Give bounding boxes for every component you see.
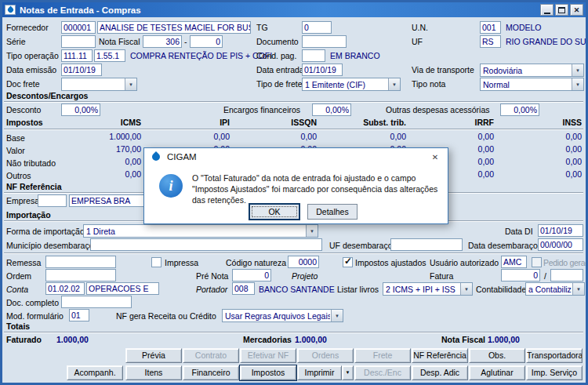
data-desembaraco-field[interactable]: 00/00/00: [538, 238, 583, 251]
impostos-ajustados-checkbox[interactable]: ✓: [343, 257, 353, 267]
cond-pag-field[interactable]: [302, 49, 325, 62]
aglutinar-button[interactable]: Aglutinar: [469, 365, 525, 380]
tipo-frete-label: Tipo de frete: [256, 78, 303, 90]
itens-button[interactable]: Itens: [125, 365, 182, 380]
imprimir-button[interactable]: Imprimir: [297, 365, 342, 380]
tg-label: TG: [256, 21, 268, 34]
dropdown-arrow-icon[interactable]: ▼: [125, 78, 136, 90]
dialog-close-button[interactable]: ✕: [426, 151, 444, 164]
impostos-ajustados-label: Impostos ajustados: [355, 256, 426, 269]
encargos-field[interactable]: 0,00%: [312, 104, 351, 116]
listar-livros-select[interactable]: 2 ICMS + IPI + ISS ▼: [383, 282, 473, 296]
section-separator: [4, 332, 583, 333]
contabilidade-select[interactable]: a Contabilizar ▼: [525, 282, 585, 296]
fornecedor-code-field[interactable]: 000001: [61, 21, 96, 34]
remessa-field[interactable]: [45, 256, 116, 268]
tg-field[interactable]: 0: [302, 21, 332, 34]
nf-gera-select[interactable]: Usar Regras Arquivos Legais ▼: [222, 309, 343, 322]
uf-code-field[interactable]: RS: [480, 35, 501, 48]
fatura-field[interactable]: 0: [501, 269, 540, 281]
doc-frete-label: Doc frete: [6, 78, 40, 90]
imprimir-dropdown-button[interactable]: ▼: [342, 365, 354, 380]
listar-livros-label: Listar livros: [337, 283, 379, 296]
impostos-button[interactable]: Impostos: [240, 365, 296, 380]
acompanh-button[interactable]: Acompanh.: [67, 365, 123, 380]
portador-code-field[interactable]: 008: [232, 282, 255, 295]
uf-desembaraco-label: UF desembaraço: [329, 239, 393, 252]
cigam-logo-icon: [151, 151, 162, 162]
dropdown-arrow-icon[interactable]: ▼: [331, 310, 343, 321]
nf-referencia-button[interactable]: NF Referência: [412, 348, 468, 363]
financeiro-button[interactable]: Financeiro: [183, 365, 239, 380]
uf-desembaraco-field[interactable]: [390, 238, 463, 251]
desp-adic-button[interactable]: Desp. Adic: [412, 365, 468, 380]
tipo-nota-select[interactable]: Normal ▼: [480, 78, 584, 91]
ordens-button: Ordens: [297, 348, 354, 363]
impostos-column-header: Subst. trib.: [343, 118, 406, 127]
previa-button[interactable]: Prévia: [125, 348, 182, 363]
transportadora-button[interactable]: Transportadora: [526, 348, 583, 363]
conta-desc-field[interactable]: OPERACOES E: [86, 282, 159, 295]
dialog-title: CIGAM: [167, 152, 197, 162]
outras-despesas-field[interactable]: 0,00%: [500, 104, 539, 116]
nota-fiscal-sub-field[interactable]: 0: [190, 35, 223, 48]
tipo-frete-select[interactable]: 1 Emitente (CIF) ▼: [302, 78, 401, 91]
dropdown-arrow-icon[interactable]: ▼: [572, 64, 583, 76]
ordem-field[interactable]: [45, 269, 116, 281]
desconto-field[interactable]: 0,00%: [61, 104, 100, 116]
tipo-operacao-code1-field[interactable]: 111.11: [61, 49, 93, 62]
portador-label[interactable]: Portador: [196, 283, 227, 296]
codigo-natureza-field[interactable]: 0000: [288, 256, 319, 268]
pre-nota-field[interactable]: 0: [232, 269, 271, 281]
doc-completo-field[interactable]: [61, 296, 132, 308]
data-entrada-field[interactable]: 01/10/19: [302, 64, 343, 76]
mod-formulario-field[interactable]: 01: [69, 309, 89, 321]
municipio-desembaraco-field[interactable]: [90, 238, 322, 251]
dropdown-arrow-icon[interactable]: ▼: [460, 283, 472, 295]
dropdown-arrow-icon[interactable]: ▼: [572, 78, 583, 90]
app-window: Notas de Entrada - Compras ✕ Fornecedor …: [0, 0, 588, 385]
conta-code-field[interactable]: 01.02.02: [45, 282, 85, 295]
tipo-operacao-code2-field[interactable]: 1.55.1: [94, 49, 125, 62]
impostos-column-header: ISSQN: [254, 118, 317, 127]
conta-label[interactable]: Conta: [6, 283, 28, 296]
ok-button[interactable]: OK: [249, 204, 299, 220]
projeto-label[interactable]: Projeto: [292, 270, 318, 282]
check-icon: ✓: [344, 256, 352, 267]
usuario-autorizado-field[interactable]: AMC: [501, 256, 527, 268]
doc-frete-select[interactable]: ▼: [61, 78, 137, 91]
fatura-field-2[interactable]: [550, 269, 583, 281]
minimize-button[interactable]: [540, 4, 554, 16]
obs-button[interactable]: Obs.: [469, 348, 525, 363]
via-transporte-select[interactable]: Rodoviária ▼: [480, 64, 584, 77]
section-separator: [4, 129, 583, 130]
app-icon: [5, 5, 16, 15]
impostos-cell: 0,00: [78, 169, 141, 179]
maximize-button[interactable]: [555, 4, 568, 16]
data-emissao-label: Data emissão: [6, 64, 56, 76]
impostos-row-label: Valor: [6, 144, 25, 157]
empresa-code-field[interactable]: [38, 194, 67, 207]
impressa-checkbox[interactable]: [151, 257, 162, 267]
data-di-field[interactable]: 01/10/19: [538, 224, 583, 237]
un-code-field[interactable]: 001: [480, 21, 501, 34]
documento-field[interactable]: [302, 35, 347, 48]
imp-servico-button[interactable]: Imp. Serviço: [526, 365, 583, 380]
dropdown-arrow-icon[interactable]: ▼: [388, 78, 400, 90]
close-button[interactable]: ✕: [570, 4, 583, 16]
via-transporte-label: Via de transporte: [412, 64, 474, 76]
dropdown-arrow-icon[interactable]: ▼: [572, 283, 584, 295]
impostos-cell: 0,00: [431, 132, 494, 141]
data-emissao-field[interactable]: 01/10/19: [61, 64, 102, 76]
fornecedor-name-field[interactable]: ANALISE DE TESTES MACIEL FOR BUSINESS: [97, 21, 251, 34]
detalhes-button[interactable]: Detalhes: [307, 204, 358, 220]
dropdown-arrow-icon[interactable]: ▼: [306, 225, 318, 237]
forma-importacao-select[interactable]: 1 Direta ▼: [83, 224, 318, 238]
nota-fiscal-number-field[interactable]: 306: [143, 35, 182, 48]
nota-fiscal-label: Nota Fiscal: [99, 35, 140, 48]
serie-field[interactable]: [61, 35, 96, 48]
nf-gera-label: NF gera Receita ou Crédito: [116, 310, 216, 322]
section-title-impostos: Impostos: [6, 118, 43, 127]
uf-label: UF: [412, 35, 423, 48]
un-name-text: MODELO: [506, 21, 542, 34]
